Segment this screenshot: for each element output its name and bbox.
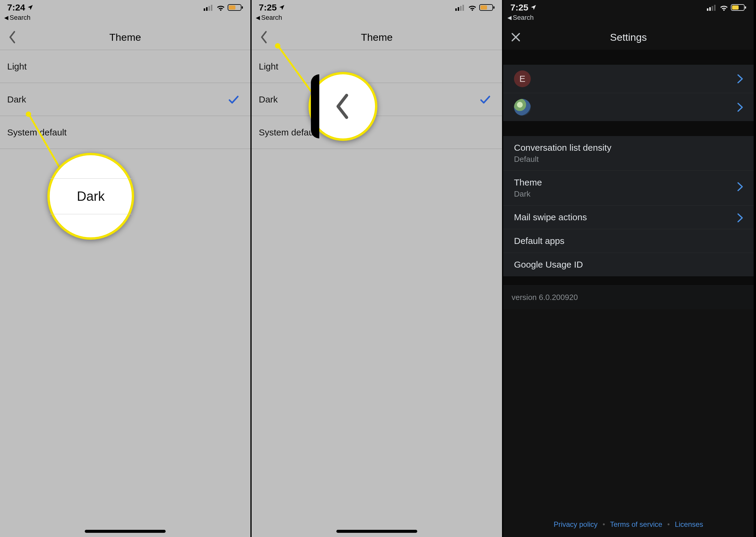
back-button[interactable]	[257, 30, 271, 44]
annotation-dot	[26, 111, 31, 117]
screen-theme-back: 7:25 ◀ Search Theme Light	[251, 0, 503, 537]
settings-group: Conversation list density Default Theme …	[503, 136, 754, 276]
home-indicator[interactable]	[336, 530, 417, 533]
home-indicator[interactable]	[85, 530, 166, 533]
svg-rect-20	[745, 6, 746, 9]
chevron-right-icon	[737, 102, 743, 112]
wifi-icon	[216, 4, 225, 11]
link-privacy[interactable]: Privacy policy	[553, 520, 597, 528]
svg-rect-14	[707, 8, 708, 11]
status-bar: 7:25	[251, 0, 502, 13]
theme-option-light[interactable]: Light	[251, 50, 502, 83]
svg-rect-2	[208, 6, 210, 11]
separator: •	[603, 520, 605, 528]
svg-rect-16	[712, 6, 713, 11]
page-title: Settings	[503, 31, 754, 43]
avatar-letter: E	[514, 70, 531, 87]
theme-options: Light Dark System default	[0, 50, 250, 149]
theme-option-system[interactable]: System default	[0, 116, 250, 149]
annotation-callout	[309, 72, 377, 141]
callout-label: Dark	[77, 189, 105, 203]
row-theme[interactable]: Theme Dark	[503, 171, 754, 206]
chevron-left-icon	[334, 93, 352, 120]
option-label: Light	[7, 62, 27, 72]
cellular-icon	[455, 4, 466, 11]
svg-rect-7	[455, 8, 457, 11]
row-label: Default apps	[514, 236, 743, 246]
svg-rect-3	[211, 5, 212, 11]
location-icon	[530, 4, 537, 11]
row-label: Theme	[514, 177, 743, 187]
cellular-icon	[707, 4, 717, 11]
link-licenses[interactable]: Licenses	[675, 520, 703, 528]
link-terms[interactable]: Terms of service	[610, 520, 662, 528]
svg-rect-19	[732, 5, 738, 10]
breadcrumb-label: Search	[10, 14, 30, 21]
status-bar: 7:24	[0, 0, 250, 13]
location-icon	[27, 4, 34, 11]
back-triangle-icon: ◀	[508, 15, 511, 21]
svg-rect-17	[714, 5, 716, 11]
breadcrumb-label: Search	[261, 14, 282, 21]
svg-rect-6	[242, 6, 243, 9]
theme-option-system[interactable]: System default	[251, 116, 502, 149]
section-gap	[503, 50, 754, 65]
section-gap	[503, 276, 754, 285]
account-row[interactable]	[503, 93, 754, 121]
svg-rect-15	[709, 7, 711, 11]
row-default-apps[interactable]: Default apps	[503, 229, 754, 253]
svg-rect-10	[463, 5, 464, 11]
nav-header: Settings	[503, 24, 754, 50]
chevron-right-icon	[737, 213, 743, 223]
status-time: 7:25	[259, 2, 277, 13]
page-title: Theme	[0, 31, 250, 43]
svg-rect-5	[229, 5, 236, 10]
section-gap	[503, 121, 754, 136]
nav-header: Theme	[0, 24, 250, 50]
theme-option-light[interactable]: Light	[0, 50, 250, 83]
breadcrumb-back[interactable]: ◀ Search	[503, 13, 754, 24]
breadcrumb-back[interactable]: ◀ Search	[251, 13, 502, 24]
svg-rect-8	[458, 7, 459, 11]
svg-rect-0	[204, 8, 205, 11]
cellular-icon	[204, 4, 214, 11]
location-icon	[279, 4, 285, 11]
breadcrumb-back[interactable]: ◀ Search	[0, 13, 250, 24]
close-button[interactable]	[509, 30, 523, 44]
separator: •	[667, 520, 670, 528]
status-bar: 7:25	[503, 0, 754, 13]
row-label: Google Usage ID	[514, 260, 743, 270]
annotation-dot	[275, 43, 280, 49]
svg-rect-1	[206, 7, 208, 11]
row-value: Default	[514, 155, 743, 164]
screen-settings-dark: 7:25 ◀ Search Settings	[503, 0, 755, 537]
svg-rect-12	[480, 5, 487, 10]
checkmark-icon	[228, 94, 240, 105]
svg-rect-9	[460, 6, 462, 11]
footer-links: Privacy policy • Terms of service • Lice…	[503, 520, 754, 529]
battery-icon	[228, 4, 243, 11]
battery-icon	[479, 4, 495, 11]
battery-icon	[731, 4, 746, 11]
back-button[interactable]	[5, 30, 20, 44]
row-density[interactable]: Conversation list density Default	[503, 136, 754, 171]
wifi-icon	[468, 4, 477, 11]
avatar-photo	[514, 99, 531, 116]
theme-options: Light Dark System default	[251, 50, 502, 149]
accounts-group: E	[503, 65, 754, 121]
theme-option-dark[interactable]: Dark	[0, 83, 250, 116]
option-label: Dark	[259, 94, 278, 104]
account-row[interactable]: E	[503, 65, 754, 93]
annotation-callout: Dark	[47, 153, 134, 240]
row-usage-id[interactable]: Google Usage ID	[503, 253, 754, 276]
row-swipe[interactable]: Mail swipe actions	[503, 206, 754, 229]
option-label: Light	[259, 62, 278, 72]
screen-theme-select: 7:24 ◀ Search Theme Light	[0, 0, 251, 537]
option-label: Dark	[7, 94, 26, 104]
status-time: 7:25	[510, 2, 528, 13]
status-time: 7:24	[7, 2, 25, 13]
chevron-right-icon	[737, 182, 743, 192]
nav-header: Theme	[251, 24, 502, 50]
version-label: version 6.0.200920	[503, 285, 754, 309]
checkmark-icon	[479, 94, 491, 105]
